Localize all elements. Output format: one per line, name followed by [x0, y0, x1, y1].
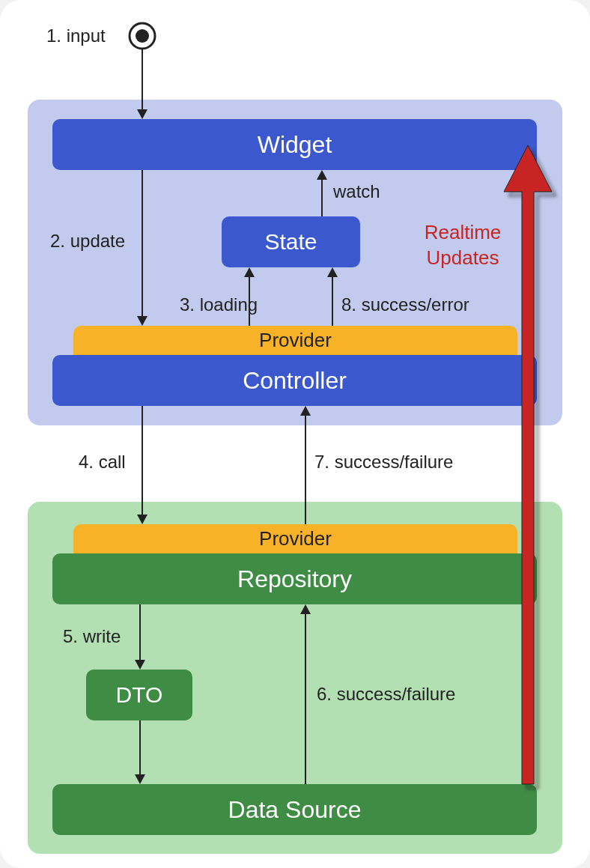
connector-layer	[0, 0, 590, 868]
svg-marker-19	[135, 774, 145, 784]
label-step2: 2. update	[50, 231, 125, 252]
arrow-controller-repository	[137, 406, 148, 524]
arrow-input-widget	[137, 49, 148, 119]
arrow-dto-datasource	[135, 720, 145, 784]
svg-marker-13	[137, 515, 148, 524]
label-step8: 8. success/error	[341, 294, 469, 315]
svg-point-1	[136, 29, 149, 43]
arrow-state-widget-watch	[317, 170, 327, 216]
svg-marker-21	[300, 604, 311, 614]
arrow-repository-controller	[300, 406, 311, 524]
svg-marker-5	[137, 316, 148, 326]
svg-marker-11	[327, 267, 338, 277]
label-step1: 1. input	[46, 25, 106, 46]
svg-marker-15	[300, 406, 311, 416]
arrow-datasource-repository	[300, 604, 311, 784]
svg-marker-17	[135, 660, 145, 670]
svg-marker-3	[137, 109, 148, 119]
label-step6: 6. success/failure	[317, 684, 455, 705]
arrow-controller-state-result	[327, 267, 338, 326]
start-node	[130, 23, 155, 49]
svg-marker-7	[244, 267, 255, 277]
label-step3: 3. loading	[180, 294, 258, 315]
arrow-widget-controller	[137, 170, 148, 326]
arrow-repository-dto	[135, 604, 145, 670]
label-watch: watch	[333, 181, 380, 202]
label-step7: 7. success/failure	[314, 452, 453, 473]
label-step4: 4. call	[79, 452, 126, 473]
label-realtime: Realtime Updates	[414, 220, 511, 271]
label-step5: 5. write	[63, 626, 121, 647]
svg-marker-9	[317, 170, 327, 180]
diagram-canvas: Widget State Provider Controller Provide…	[0, 0, 590, 868]
